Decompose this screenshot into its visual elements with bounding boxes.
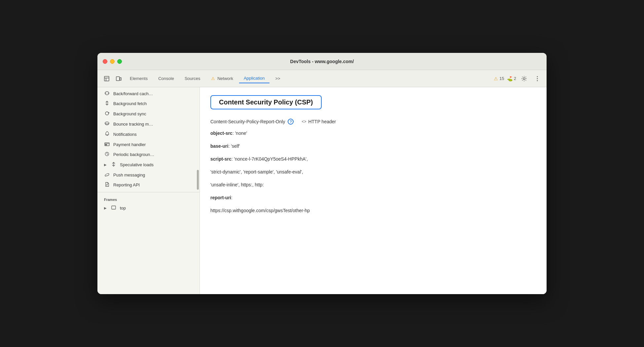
- notifications-label: Notifications: [113, 132, 137, 137]
- more-options-button[interactable]: [532, 73, 543, 84]
- warnings-badge[interactable]: ⚠ 15: [494, 76, 504, 81]
- sidebar-item-background-sync[interactable]: Background sync: [97, 109, 199, 119]
- svg-rect-3: [116, 77, 120, 81]
- sidebar-scrollbar[interactable]: [197, 170, 199, 190]
- csp-policy-row: Content-Security-Policy-Report-Only ? <>…: [210, 119, 536, 125]
- reporting-api-icon: [104, 182, 110, 188]
- speculative-loads-icon: [111, 162, 117, 168]
- csp-unsafe-inline: 'unsafe-inline', https:, http:: [210, 181, 536, 188]
- http-header-label: HTTP header: [308, 119, 336, 124]
- notifications-icon: [104, 131, 110, 137]
- content-panel: Content Security Policy (CSP) Content-Se…: [200, 87, 547, 294]
- tab-elements[interactable]: Elements: [125, 74, 152, 83]
- object-src-key: object-src: [210, 131, 233, 136]
- main-layout: Back/forward cach… Background fetch: [97, 87, 547, 294]
- svg-rect-0: [104, 76, 109, 81]
- sidebar-item-push-messaging[interactable]: Push messaging: [97, 170, 199, 180]
- payment-handler-label: Payment handler: [113, 142, 146, 147]
- periodic-background-icon: [104, 152, 110, 157]
- sidebar-item-bounce-tracking[interactable]: Bounce tracking m…: [97, 119, 199, 129]
- background-sync-label: Background sync: [113, 111, 146, 116]
- sidebar-item-reporting-api[interactable]: Reporting API: [97, 180, 199, 190]
- background-fetch-label: Background fetch: [113, 101, 147, 106]
- csp-object-src: object-src: 'none': [210, 130, 536, 137]
- svg-rect-17: [105, 144, 107, 145]
- script-src-key: script-src: [210, 156, 232, 162]
- sidebar-item-notifications[interactable]: Notifications: [97, 129, 199, 139]
- frames-top-label: top: [120, 206, 126, 211]
- sidebar-item-back-forward[interactable]: Back/forward cach…: [97, 89, 199, 98]
- periodic-background-label: Periodic backgroun…: [113, 152, 154, 157]
- back-forward-icon: [104, 91, 110, 96]
- csp-script-src-continued: 'strict-dynamic', 'report-sample', 'unsa…: [210, 169, 536, 175]
- errors-badge[interactable]: ⛳ 2: [507, 76, 516, 81]
- csp-report-uri: report-uri:: [210, 194, 536, 201]
- svg-point-5: [523, 78, 525, 80]
- background-sync-icon: [104, 111, 110, 117]
- error-icon: ⛳: [507, 76, 513, 81]
- http-header-row: <> HTTP header: [302, 119, 336, 124]
- network-warning-icon: ⚠: [211, 76, 215, 81]
- svg-rect-4: [120, 78, 121, 80]
- tab-console[interactable]: Console: [154, 74, 179, 83]
- tab-application[interactable]: Application: [239, 74, 269, 83]
- tab-sources[interactable]: Sources: [180, 74, 205, 83]
- base-uri-key: base-uri: [210, 143, 228, 149]
- title-bar: DevTools - www.google.com/: [97, 53, 547, 70]
- payment-handler-icon: [104, 142, 110, 147]
- warning-icon: ⚠: [494, 76, 498, 81]
- info-icon[interactable]: ?: [288, 119, 294, 125]
- csp-title-box: Content Security Policy (CSP): [210, 95, 322, 109]
- svg-line-20: [107, 154, 108, 155]
- inspect-element-button[interactable]: [101, 73, 112, 84]
- csp-details: object-src: 'none' base-uri: 'self' scri…: [210, 130, 536, 214]
- devtools-window: DevTools - www.google.com/ Elements Cons…: [97, 53, 547, 294]
- expand-arrow-icon: ▶: [104, 163, 107, 167]
- sidebar-item-periodic-background[interactable]: Periodic backgroun…: [97, 149, 199, 160]
- csp-script-src: script-src: 'nonce-l-7rK04QpY5oeS4-HPPkh…: [210, 156, 536, 163]
- svg-rect-26: [112, 206, 116, 209]
- svg-point-7: [537, 78, 538, 79]
- sidebar-item-speculative-loads[interactable]: ▶ Speculative loads: [97, 160, 199, 170]
- sidebar-item-background-fetch[interactable]: Background fetch: [97, 98, 199, 109]
- bounce-tracking-icon: [104, 121, 110, 127]
- frames-section-header: Frames: [97, 194, 199, 203]
- bounce-tracking-label: Bounce tracking m…: [113, 122, 153, 127]
- csp-base-uri: base-uri: 'self': [210, 143, 536, 150]
- speculative-loads-label: Speculative loads: [120, 162, 154, 167]
- push-messaging-label: Push messaging: [113, 173, 145, 177]
- traffic-lights: [103, 59, 122, 64]
- frame-icon: [111, 205, 117, 211]
- sidebar-item-payment-handler[interactable]: Payment handler: [97, 139, 199, 149]
- settings-button[interactable]: [519, 73, 529, 84]
- background-fetch-icon: [104, 101, 110, 106]
- csp-report-uri-value: https://csp.withgoogle.com/csp/gwsTest/o…: [210, 207, 536, 214]
- reporting-api-label: Reporting API: [113, 182, 140, 187]
- policy-label: Content-Security-Policy-Report-Only: [210, 119, 285, 124]
- svg-point-8: [537, 80, 538, 81]
- frames-expand-icon: ▶: [104, 206, 107, 210]
- toolbar-right: ⚠ 15 ⛳ 2: [494, 73, 543, 84]
- csp-title: Content Security Policy (CSP): [219, 98, 313, 106]
- push-messaging-icon: [104, 172, 110, 177]
- toolbar: Elements Console Sources ⚠ Network Appli…: [97, 70, 547, 87]
- sidebar: Back/forward cach… Background fetch: [97, 87, 200, 294]
- close-button[interactable]: [103, 59, 107, 64]
- svg-point-13: [105, 122, 109, 124]
- back-forward-label: Back/forward cach…: [113, 91, 153, 96]
- window-title: DevTools - www.google.com/: [290, 59, 354, 64]
- svg-point-6: [537, 76, 538, 77]
- device-toolbar-button[interactable]: [113, 73, 124, 84]
- tab-more[interactable]: >>: [271, 74, 285, 83]
- tab-network[interactable]: ⚠ Network: [206, 74, 238, 83]
- report-uri-key: report-uri: [210, 195, 231, 200]
- minimize-button[interactable]: [110, 59, 115, 64]
- sidebar-item-frames-top[interactable]: ▶ top: [97, 203, 199, 213]
- maximize-button[interactable]: [117, 59, 122, 64]
- code-brackets-icon: <>: [302, 119, 306, 124]
- sidebar-separator: [97, 192, 199, 192]
